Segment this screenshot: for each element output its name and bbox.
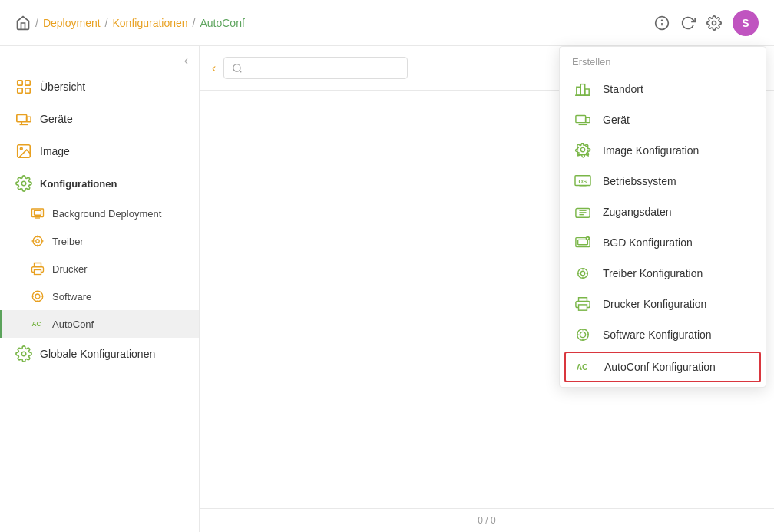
svg-text:OS: OS — [579, 178, 587, 185]
sidebar-item-overview[interactable]: Übersicht — [0, 71, 199, 103]
search-input[interactable] — [247, 62, 399, 74]
info-icon[interactable] — [654, 15, 670, 31]
sidebar-background-deployment-label: Background Deployment — [52, 208, 161, 220]
svg-point-52 — [578, 269, 588, 279]
geraet-dropdown-icon — [572, 111, 594, 128]
config-icon — [15, 175, 32, 192]
image-konfig-icon — [572, 142, 594, 159]
sidebar-item-software[interactable]: Software — [0, 283, 199, 310]
svg-rect-48 — [578, 240, 588, 244]
sidebar-item-geraete[interactable]: Geräte — [0, 103, 199, 135]
svg-rect-9 — [27, 117, 31, 121]
breadcrumb-sep-1: / — [35, 17, 38, 29]
sidebar-autoconf-label: AutoConf — [52, 319, 94, 330]
svg-point-19 — [36, 240, 40, 243]
svg-rect-24 — [35, 270, 41, 275]
dropdown-betriebssystem-label: Betriebssystem — [603, 175, 676, 187]
svg-point-29 — [233, 64, 240, 71]
global-config-icon — [15, 345, 32, 362]
dropdown-item-betriebssystem[interactable]: OS Betriebssystem — [560, 166, 766, 197]
svg-rect-32 — [580, 84, 584, 96]
svg-rect-6 — [18, 88, 22, 93]
header-actions: S — [654, 10, 759, 36]
svg-rect-7 — [25, 88, 30, 93]
dropdown-item-geraet[interactable]: Gerät — [560, 104, 766, 135]
svg-rect-36 — [586, 117, 590, 122]
dropdown-geraet-label: Gerät — [603, 114, 630, 126]
dropdown-item-zugangsdaten[interactable]: Zugangsdaten — [560, 197, 766, 227]
refresh-icon[interactable] — [680, 15, 696, 31]
svg-line-30 — [240, 70, 242, 72]
search-icon — [232, 63, 243, 74]
svg-point-53 — [580, 271, 584, 275]
main-footer: 0 / 0 — [200, 508, 774, 532]
dropdown-item-image-konfig[interactable]: Image Konfiguration — [560, 135, 766, 166]
breadcrumb-deployment[interactable]: Deployment — [43, 17, 101, 29]
dropdown-treiber-konfig-label: Treiber Konfiguration — [603, 267, 703, 279]
breadcrumb: / Deployment / Konfigurationen / AutoCon… — [15, 15, 654, 31]
sidebar-drucker-label: Drucker — [52, 263, 88, 275]
settings-icon[interactable] — [706, 15, 722, 31]
breadcrumb-konfigurationen[interactable]: Konfigurationen — [112, 17, 187, 29]
breadcrumb-sep-2: / — [105, 17, 108, 29]
devices-icon — [15, 111, 32, 127]
svg-point-25 — [32, 291, 43, 302]
treiber-konfig-icon — [572, 265, 594, 282]
sidebar-globale-konfigurationen-label: Globale Konfigurationen — [40, 348, 155, 360]
sidebar-item-treiber[interactable]: Treiber — [0, 227, 199, 255]
sidebar-item-background-deployment[interactable]: Background Deployment — [0, 200, 199, 227]
printer-icon — [31, 262, 45, 276]
dropdown-item-drucker-konfig[interactable]: Drucker Konfiguration — [560, 289, 766, 319]
breadcrumb-autoconf: AutoConf — [200, 17, 244, 29]
standort-icon — [572, 81, 594, 97]
svg-point-26 — [35, 294, 40, 299]
dropdown-item-treiber-konfig[interactable]: Treiber Konfiguration — [560, 258, 766, 289]
sidebar-item-globale-konfigurationen[interactable]: Globale Konfigurationen — [0, 338, 199, 370]
svg-point-13 — [20, 147, 22, 150]
svg-rect-4 — [18, 81, 22, 85]
sidebar-item-image[interactable]: Image — [0, 135, 199, 167]
dropdown-software-konfig-label: Software Konfiguration — [603, 329, 712, 341]
main-collapse-button[interactable]: ‹ — [212, 61, 216, 75]
pagination-info: 0 / 0 — [478, 515, 495, 526]
svg-rect-8 — [17, 115, 27, 122]
svg-rect-16 — [35, 210, 41, 215]
svg-point-18 — [33, 236, 42, 246]
svg-point-59 — [577, 329, 589, 341]
dropdown-drucker-konfig-label: Drucker Konfiguration — [603, 298, 706, 310]
search-box — [223, 57, 408, 79]
svg-rect-31 — [577, 87, 580, 95]
dropdown-standort-label: Standort — [603, 83, 643, 95]
user-avatar[interactable]: S — [733, 10, 759, 36]
svg-rect-33 — [585, 89, 589, 95]
sidebar-item-autoconf[interactable]: AC AutoConf — [0, 310, 199, 338]
sidebar-software-label: Software — [52, 291, 91, 302]
dropdown-item-standort[interactable]: Standort — [560, 74, 766, 104]
sidebar-overview-label: Übersicht — [40, 81, 85, 93]
dropdown-autoconf-konfig-label: AutoConf Konfiguration — [604, 361, 716, 373]
dropdown-image-konfig-label: Image Konfiguration — [603, 144, 699, 157]
sidebar: ‹ Übersicht — [0, 46, 200, 532]
sidebar-item-konfigurationen[interactable]: Konfigurationen — [0, 167, 199, 200]
autoconf-konfig-icon: AC — [574, 359, 595, 375]
sidebar-konfigurationen-label: Konfigurationen — [40, 178, 117, 190]
dropdown-item-autoconf-konfig[interactable]: AC AutoConf Konfiguration — [564, 352, 761, 382]
sidebar-collapse-button[interactable]: ‹ — [184, 54, 188, 68]
bgd-konfig-icon — [572, 234, 594, 251]
dropdown-menu: Erstellen Standort Gerät — [559, 46, 766, 388]
sidebar-item-drucker[interactable]: Drucker — [0, 255, 199, 283]
home-icon[interactable] — [15, 15, 31, 31]
svg-point-28 — [22, 352, 26, 356]
betriebssystem-icon: OS — [572, 173, 594, 190]
svg-rect-5 — [25, 81, 30, 85]
dropdown-item-bgd-konfig[interactable]: BGD Konfiguration — [560, 227, 766, 258]
svg-point-38 — [580, 147, 584, 151]
dropdown-item-software-konfig[interactable]: Software Konfiguration — [560, 319, 766, 350]
svg-rect-58 — [579, 305, 587, 310]
dropdown-title: Erstellen — [560, 47, 766, 74]
svg-text:AC: AC — [577, 363, 588, 372]
software-icon — [31, 289, 45, 303]
bgd-icon — [31, 207, 45, 220]
svg-point-39 — [578, 145, 588, 155]
sidebar-geraete-label: Geräte — [40, 113, 73, 125]
